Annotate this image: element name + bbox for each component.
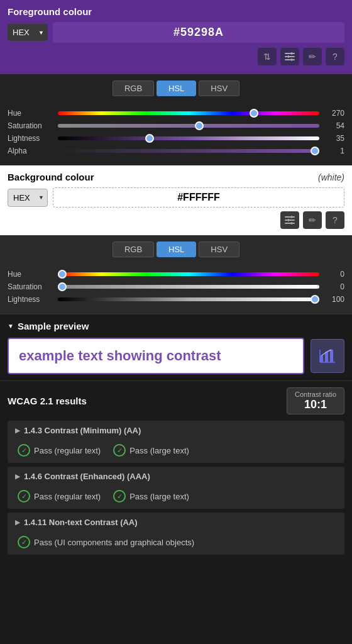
bg-color-modes: RGB HSL HSV [0,235,352,267]
svg-rect-9 [291,216,292,218]
criterion-146-arrow: ▶ [15,473,20,480]
criterion-143-large: ✓ Pass (large text) [113,444,189,457]
bg-hue-track[interactable] [58,272,319,276]
fg-help-button[interactable]: ? [326,48,344,65]
bg-eyedropper-button[interactable]: ✏ [303,211,322,229]
wcag-title: WCAG 2.1 results [8,396,87,406]
background-title: Background colour [8,172,94,182]
criterion-143-label: 1.4.3 Contrast (Minimum) (AA) [24,426,141,435]
criterion-143-results: ✓ Pass (regular text) ✓ Pass (large text… [8,440,344,463]
fg-format-select[interactable]: HEX RGB HSL HSV [8,24,48,41]
fg-lightness-row: Lightness 35 [8,134,344,143]
svg-rect-6 [285,216,295,218]
svg-rect-7 [285,219,295,221]
criterion-143-regular-label: Pass (regular text) [34,446,101,455]
fg-alpha-row: Alpha 1 [8,147,344,155]
svg-rect-1 [285,56,295,57]
criterion-143-large-label: Pass (large text) [129,446,189,455]
bg-saturation-row: Saturation 0 [8,282,344,291]
bg-toolbar: ✏ ? [8,211,344,229]
chart-icon [319,347,336,365]
preview-chart-button[interactable] [311,339,344,373]
fg-tabs-row: RGB HSL HSV [8,80,344,96]
bg-lightness-track[interactable] [58,297,319,301]
criterion-1411-ui-label: Pass (UI components and graphical object… [34,538,194,547]
fg-hue-track[interactable] [58,111,319,115]
criterion-143-regular: ✓ Pass (regular text) [18,444,101,457]
bg-title-row: Background colour (white) [8,172,344,182]
bg-saturation-label: Saturation [8,282,53,291]
criterion-1411-label: 1.4.11 Non-text Contrast (AA) [24,518,138,527]
preview-title: Sample preview [18,321,89,331]
bg-tabs-row: RGB HSL HSV [8,242,344,257]
swap-button[interactable]: ⇅ [258,48,277,65]
contrast-ratio-box: Contrast ratio 10:1 [287,387,344,414]
fg-toolbar: ⇅ ✏ ? [8,48,344,65]
wcag-criterion-1411-header[interactable]: ▶ 1.4.11 Non-text Contrast (AA) [8,513,344,532]
bg-help-button[interactable]: ? [326,211,344,229]
fg-eyedropper-button[interactable]: ✏ [303,48,322,65]
bg-tab-hsv[interactable]: HSV [199,242,239,257]
bg-input-row: HEX RGB HSL HSV [8,187,344,208]
bg-sliders-section: Hue 0 Saturation 0 Lightness 100 [0,267,352,314]
svg-rect-4 [288,55,289,58]
fg-hue-label: Hue [8,109,53,118]
bg-format-wrapper: HEX RGB HSL HSV [8,189,48,207]
foreground-section: Foreground colour HEX RGB HSL HSV ⇅ ✏ ? [0,0,352,74]
wcag-criterion-143-header[interactable]: ▶ 1.4.3 Contrast (Minimum) (AA) [8,421,344,440]
wcag-criterion-146: ▶ 1.4.6 Contrast (Enhanced) (AAA) ✓ Pass… [8,467,344,509]
fg-alpha-value: 1 [324,147,344,155]
preview-text-box: example text showing contrast [8,338,304,374]
svg-rect-14 [330,350,333,362]
criterion-146-regular: ✓ Pass (regular text) [18,490,101,502]
sample-preview-section: ▼ Sample preview example text showing co… [0,314,352,380]
fg-input-row: HEX RGB HSL HSV [8,22,344,43]
fg-saturation-value: 54 [324,121,344,130]
fg-tab-rgb[interactable]: RGB [113,80,154,96]
bg-format-select[interactable]: HEX RGB HSL HSV [8,189,48,207]
svg-rect-2 [285,59,295,60]
fg-sliders-section: Hue 270 Saturation 54 Lightness 35 Alpha… [0,106,352,165]
fg-hue-value: 270 [324,109,344,118]
preview-content: example text showing contrast [8,338,344,374]
check-icon-146-large: ✓ [113,490,126,502]
contrast-ratio-value: 10:1 [295,398,336,411]
preview-collapse-icon[interactable]: ▼ [8,323,14,330]
bg-saturation-track[interactable] [58,285,319,289]
bg-tab-hsl[interactable]: HSL [157,242,196,257]
fg-tab-hsv[interactable]: HSV [199,80,239,96]
svg-rect-10 [288,219,289,221]
check-icon-143-large: ✓ [113,444,126,457]
svg-rect-3 [291,52,292,55]
svg-rect-8 [285,223,295,224]
criterion-146-results: ✓ Pass (regular text) ✓ Pass (large text… [8,486,344,509]
fg-lightness-value: 35 [324,134,344,143]
criterion-146-large: ✓ Pass (large text) [113,490,189,502]
bg-hex-input[interactable] [53,187,344,208]
check-icon-1411-ui: ✓ [18,536,30,548]
criterion-146-regular-label: Pass (regular text) [34,492,101,501]
fg-sliders-button[interactable] [280,48,299,65]
bg-lightness-value: 100 [324,295,344,304]
fg-alpha-track[interactable] [58,149,319,153]
fg-lightness-track[interactable] [58,136,319,140]
wcag-section: WCAG 2.1 results Contrast ratio 10:1 ▶ 1… [0,380,352,565]
fg-saturation-label: Saturation [8,121,53,130]
fg-lightness-label: Lightness [8,134,53,143]
bg-tab-rgb[interactable]: RGB [113,242,154,257]
bg-saturation-value: 0 [324,282,344,291]
fg-tab-hsl[interactable]: HSL [157,80,196,96]
contrast-ratio-label: Contrast ratio [295,391,336,398]
fg-saturation-track[interactable] [58,124,319,128]
criterion-1411-arrow: ▶ [15,519,20,526]
preview-header: ▼ Sample preview [8,321,344,331]
bg-sliders-button[interactable] [280,211,299,229]
check-icon-146-regular: ✓ [18,490,30,502]
wcag-criterion-146-header[interactable]: ▶ 1.4.6 Contrast (Enhanced) (AAA) [8,467,344,486]
sliders-icon [285,52,295,61]
bg-sliders-icon [285,216,295,225]
wcag-criterion-1411: ▶ 1.4.11 Non-text Contrast (AA) ✓ Pass (… [8,513,344,555]
fg-hex-input[interactable] [53,22,344,43]
fg-saturation-row: Saturation 54 [8,121,344,130]
svg-rect-0 [285,53,295,54]
